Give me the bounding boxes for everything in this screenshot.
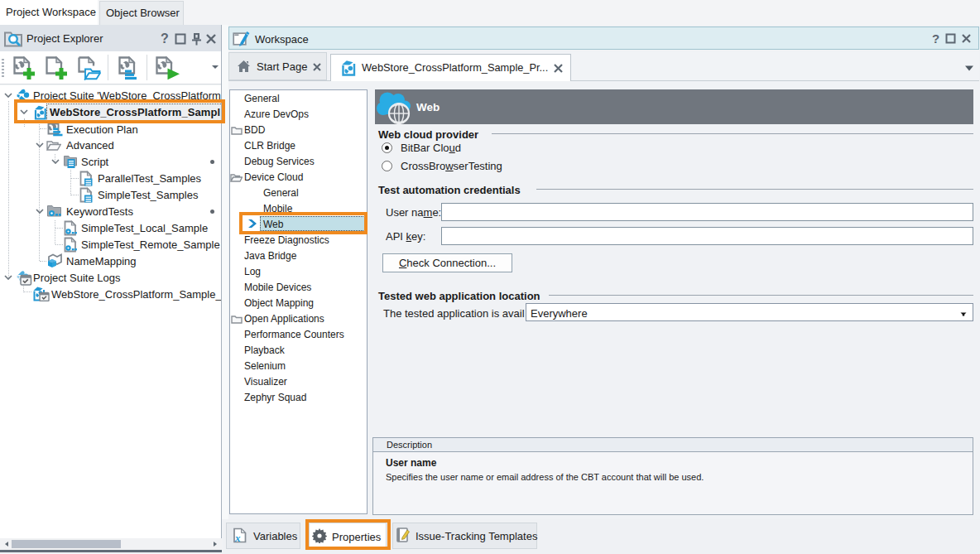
svg-text:x: x [234,532,241,543]
